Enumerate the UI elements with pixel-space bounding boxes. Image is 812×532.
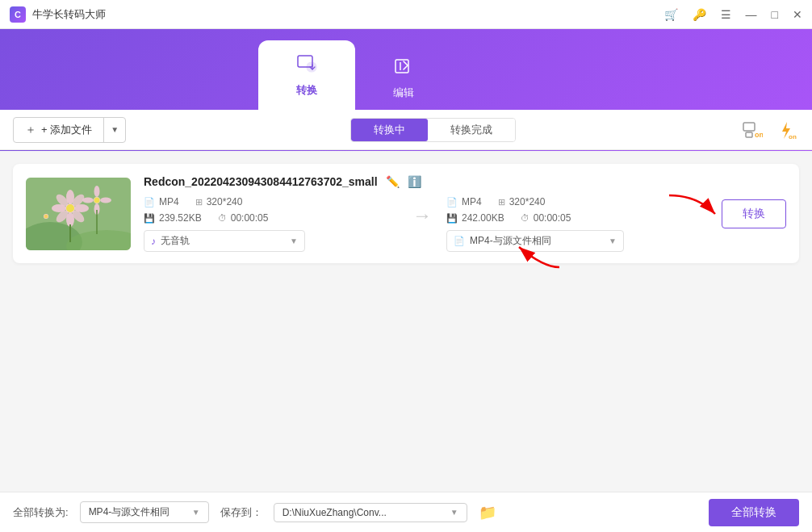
sub-tab-converting[interactable]: 转换中 (351, 119, 428, 141)
save-path-text: D:\NiuXueZhang\Conv... (283, 507, 387, 518)
title-bar-left: C 牛学长转码大师 (10, 6, 106, 23)
key-icon[interactable]: 🔑 (693, 8, 706, 21)
meta-row-1: 📄 MP4 ⊞ 320*240 (144, 196, 398, 207)
add-file-label: + 添加文件 (41, 123, 92, 137)
dst-format: 📄 MP4 (446, 196, 482, 207)
svg-point-32 (44, 214, 48, 218)
red-arrow-annotation-2 (503, 239, 567, 274)
minimize-button[interactable]: — (746, 8, 757, 21)
resolution-icon: ⊞ (195, 197, 203, 207)
dst-clock-icon: ⏱ (521, 213, 529, 223)
audio-select-row: ♪ 无音轨 ▼ (144, 230, 398, 252)
title-bar-right: 🛒 🔑 ☰ — □ ✕ (664, 8, 802, 21)
dst-resolution-icon: ⊞ (498, 197, 505, 207)
bottom-format-arrow: ▼ (192, 508, 200, 517)
bottom-right: 全部转换 (709, 499, 799, 526)
convert-btn-label: 转换 (743, 207, 765, 221)
maximize-button[interactable]: □ (772, 8, 778, 21)
menu-icon[interactable]: ☰ (721, 8, 731, 21)
file-meta-dest: 📄 MP4 ⊞ 320*240 💾 242.00KB (446, 196, 701, 252)
svg-point-27 (94, 197, 100, 203)
dst-duration: ⏱ 00:00:05 (521, 212, 571, 224)
add-file-button[interactable]: ＋ + 添加文件 ▼ (13, 117, 126, 143)
add-file-main[interactable]: ＋ + 添加文件 (14, 118, 104, 142)
toolbar: ＋ + 添加文件 ▼ 转换中 转换完成 on on (0, 110, 812, 150)
dst-size-icon: 💾 (446, 213, 458, 224)
convert-tab-icon (295, 52, 318, 80)
red-arrow-annotation-1 (665, 191, 722, 227)
tab-edit[interactable]: 编辑 (355, 45, 452, 110)
svg-point-25 (82, 197, 94, 203)
format-select-arrow: ▼ (609, 237, 617, 245)
save-to-label: 保存到： (220, 505, 262, 520)
svg-point-23 (94, 186, 100, 197)
dst-file-icon: 📄 (446, 197, 458, 207)
tab-convert[interactable]: 转换 (258, 40, 355, 110)
audio-label: 无音轨 (161, 234, 190, 248)
format-file-icon: 📄 (454, 236, 465, 246)
audio-icon: ♪ (151, 236, 156, 247)
file-card: Redcon_20220423094308441276370​2_small ✏… (13, 164, 799, 263)
src-duration: ⏱ 00:00:05 (218, 212, 269, 224)
file-meta-source: 📄 MP4 ⊞ 320*240 💾 239.52KB (144, 196, 398, 252)
bottom-format-select[interactable]: MP4-与源文件相同 ▼ (80, 501, 209, 523)
file-meta-area: 📄 MP4 ⊞ 320*240 💾 239.52KB (144, 196, 701, 252)
audio-select-arrow: ▼ (290, 237, 298, 245)
header: 转换 编辑 (0, 29, 812, 110)
bottom-save-path-select[interactable]: D:\NiuXueZhang\Conv... ▼ (274, 503, 467, 522)
cart-icon[interactable]: 🛒 (664, 8, 678, 21)
meta-row-2: 💾 239.52KB ⏱ 00:00:05 (144, 212, 398, 224)
convert-button[interactable]: 转换 (722, 199, 786, 228)
edit-tab-icon (392, 55, 415, 82)
file-icon: 📄 (144, 197, 155, 207)
convert-all-label: 全部转换为: (13, 505, 69, 520)
dst-resolution: ⊞ 320*240 (498, 196, 546, 207)
info-icon[interactable]: ℹ️ (408, 175, 421, 188)
title-bar: C 牛学长转码大师 🛒 🔑 ☰ — □ ✕ (0, 0, 812, 29)
src-format: 📄 MP4 (144, 196, 179, 207)
app-title: 牛学长转码大师 (32, 7, 106, 22)
app-logo: C (10, 6, 26, 23)
convert-btn-area: 转换 (714, 199, 786, 228)
add-file-dropdown-arrow[interactable]: ▼ (104, 118, 125, 142)
folder-icon[interactable]: 📁 (479, 504, 496, 522)
convert-all-button[interactable]: 全部转换 (709, 499, 799, 526)
dst-size: 💾 242.00KB (446, 212, 504, 224)
src-resolution: ⊞ 320*240 (195, 196, 243, 207)
svg-text:on: on (755, 131, 763, 139)
audio-track-select[interactable]: ♪ 无音轨 ▼ (144, 230, 305, 252)
close-button[interactable]: ✕ (793, 8, 802, 21)
svg-point-21 (66, 204, 74, 212)
arrow-area: → (398, 196, 446, 227)
svg-rect-5 (746, 132, 752, 137)
tab-edit-label: 编辑 (393, 86, 414, 100)
dest-meta-row-1: 📄 MP4 ⊞ 320*240 (446, 196, 701, 207)
toolbar-right: on on (739, 117, 799, 143)
settings-hardware-icon[interactable]: on (739, 117, 765, 143)
main-content: Redcon_20220423094308441276370​2_small ✏… (0, 151, 812, 492)
file-thumbnail (26, 178, 131, 250)
svg-rect-4 (743, 123, 755, 131)
file-info: Redcon_20220423094308441276370​2_small ✏… (144, 175, 701, 252)
svg-point-26 (100, 197, 111, 203)
clock-icon: ⏱ (218, 213, 227, 223)
svg-text:on: on (789, 133, 797, 140)
sub-tabs: 转换中 转换完成 (350, 118, 516, 142)
lightning-icon[interactable]: on (773, 117, 799, 143)
file-name: Redcon_20220423094308441276370​2_small (144, 175, 378, 188)
direction-arrow: → (412, 204, 432, 227)
bottom-format-label: MP4-与源文件相同 (89, 505, 170, 519)
toolbar-center: 转换中 转换完成 (136, 118, 730, 142)
tabs-area: 转换 编辑 (258, 40, 452, 110)
plus-icon: ＋ (25, 123, 36, 137)
bottom-bar: 全部转换为: MP4-与源文件相同 ▼ 保存到： D:\NiuXueZhang\… (0, 492, 812, 532)
file-name-row: Redcon_20220423094308441276370​2_small ✏… (144, 175, 701, 188)
size-icon: 💾 (144, 213, 155, 224)
format-select-row: 📄 MP4-与源文件相同 ▼ (446, 230, 701, 252)
sub-tab-completed[interactable]: 转换完成 (428, 119, 515, 141)
dest-meta-row-2: 💾 242.00KB ⏱ 00:00:05 (446, 212, 701, 224)
tab-convert-label: 转换 (296, 83, 317, 98)
src-size: 💾 239.52KB (144, 212, 202, 224)
edit-name-icon[interactable]: ✏️ (386, 175, 400, 188)
save-path-arrow: ▼ (450, 508, 458, 517)
